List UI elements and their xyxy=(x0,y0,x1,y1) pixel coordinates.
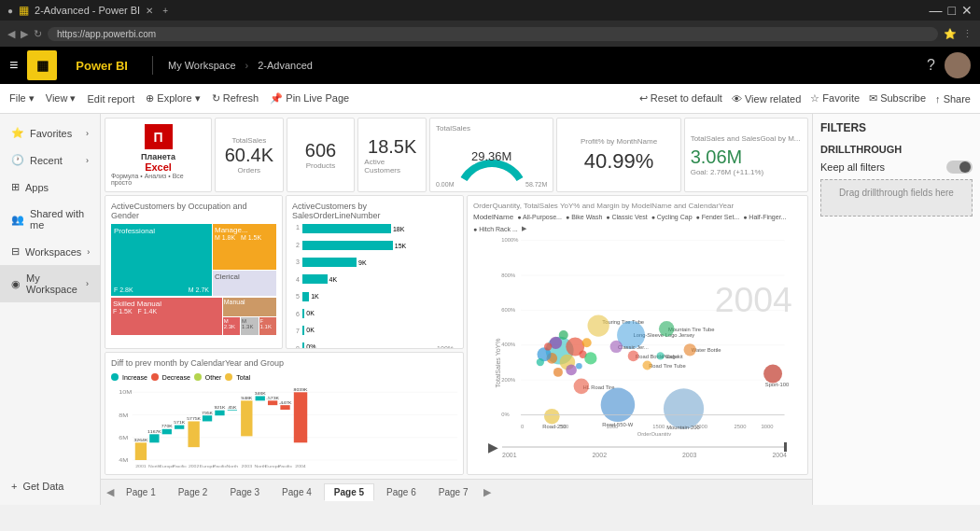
svg-text:921K: 921K xyxy=(214,406,225,410)
close-btn[interactable]: ✕ xyxy=(961,3,973,18)
svg-text:200%: 200% xyxy=(501,377,515,383)
svg-text:2004: 2004 xyxy=(715,280,792,319)
page-tab-3[interactable]: Page 3 xyxy=(219,483,270,501)
scatter-tile[interactable]: OrderQuantity, TotalSales YoY% and Margi… xyxy=(467,195,808,475)
page-prev-btn[interactable]: ◀ xyxy=(106,486,114,498)
svg-point-70 xyxy=(582,338,592,347)
svg-rect-20 xyxy=(188,421,199,447)
svg-text:Road Tire Tube: Road Tire Tube xyxy=(649,363,686,369)
maximize-btn[interactable]: □ xyxy=(948,3,956,18)
sidebar-item-apps[interactable]: ⊞ Apps xyxy=(0,174,100,201)
svg-text:571K: 571K xyxy=(174,421,185,425)
shared-icon: 👥 xyxy=(11,214,24,226)
page-tab-2[interactable]: Page 2 xyxy=(168,483,218,501)
svg-point-80 xyxy=(659,321,675,337)
get-data-btn[interactable]: + Get Data xyxy=(0,473,100,499)
filters-panel: FILTERS DRILLTHROUGH Keep all filters Dr… xyxy=(812,114,980,505)
reset-btn[interactable]: ↩ Reset to default xyxy=(639,92,722,105)
svg-text:770K: 770K xyxy=(161,425,173,428)
refresh-btn[interactable]: ↻ Refresh xyxy=(212,92,259,105)
keep-all-toggle[interactable] xyxy=(946,161,973,174)
svg-point-99 xyxy=(763,365,782,384)
svg-point-69 xyxy=(537,358,544,366)
keep-all-label: Keep all filters xyxy=(820,161,885,173)
title-bar: ● ▦ 2-Advanced - Power BI ✕ + — □ ✕ xyxy=(0,0,980,21)
svg-rect-14 xyxy=(162,429,172,435)
svg-text:Pacific: Pacific xyxy=(213,464,228,468)
page-next-btn[interactable]: ▶ xyxy=(483,486,491,498)
forward-btn[interactable]: ▶ xyxy=(21,28,28,40)
svg-text:Classic Jer...: Classic Jer... xyxy=(618,344,649,350)
sidebar-item-recent[interactable]: 🕐 Recent › xyxy=(0,147,100,174)
svg-rect-29 xyxy=(241,400,252,436)
svg-text:948K: 948K xyxy=(241,397,252,400)
pin-live-btn[interactable]: 📌 Pin Live Page xyxy=(270,92,349,105)
get-data-icon: + xyxy=(11,481,17,492)
svg-text:45K: 45K xyxy=(228,405,236,409)
gauge-totalsales: TotalSales 29.36M 0.00M58.72M xyxy=(429,118,553,192)
reload-btn[interactable]: ↻ xyxy=(34,28,42,40)
subscribe-btn[interactable]: ✉ Subscribe xyxy=(869,92,926,105)
help-btn[interactable]: ? xyxy=(927,57,935,74)
svg-text:2500: 2500 xyxy=(735,424,747,429)
file-btn[interactable]: File ▾ xyxy=(9,92,35,105)
svg-text:Pacific: Pacific xyxy=(278,464,293,468)
svg-rect-25 xyxy=(215,411,224,416)
svg-text:North: North xyxy=(227,464,239,468)
page-tab-4[interactable]: Page 4 xyxy=(272,483,322,501)
back-btn[interactable]: ◀ xyxy=(7,28,15,40)
sidebar-item-favorites[interactable]: ⭐ Favorites › xyxy=(0,119,100,147)
view-related-btn[interactable]: 👁 View related xyxy=(732,93,801,105)
workspaces-icon: ⊟ xyxy=(11,245,20,258)
star-icon: ⭐ xyxy=(11,127,24,139)
svg-point-90 xyxy=(684,343,696,356)
svg-rect-38 xyxy=(294,392,307,442)
kpi-orders: TotalSales 60.4K Orders xyxy=(215,118,284,192)
hamburger-icon[interactable]: ≡ xyxy=(9,57,18,74)
sidebar: ⭐ Favorites › 🕐 Recent › ⊞ Apps 👥 Shared… xyxy=(0,114,101,505)
treemap-tile[interactable]: ActiveCustomers by Occupation and Gender… xyxy=(105,195,283,349)
svg-rect-11 xyxy=(149,434,159,442)
play-btn[interactable]: ▶ xyxy=(488,440,498,454)
svg-rect-8 xyxy=(135,442,147,460)
svg-point-88 xyxy=(656,352,664,359)
drillthrough-section: DRILLTHROUGH Keep all filters Drag drill… xyxy=(820,144,973,217)
page-tab-7[interactable]: Page 7 xyxy=(428,483,479,501)
svg-point-68 xyxy=(566,365,577,376)
view-btn[interactable]: View ▾ xyxy=(46,92,77,105)
svg-text:5775K: 5775K xyxy=(187,417,201,421)
svg-text:Sport-100: Sport-100 xyxy=(765,382,789,387)
page-tab-1[interactable]: Page 1 xyxy=(116,483,166,501)
bar-chart-tile[interactable]: ActiveCustomers by SalesOrderLineNumber … xyxy=(286,195,464,349)
svg-text:10M: 10M xyxy=(119,390,132,396)
gauge-profit: Profit% by MonthName 40.99% xyxy=(556,118,680,192)
svg-rect-17 xyxy=(175,426,184,429)
svg-text:2000: 2000 xyxy=(695,424,707,429)
svg-point-64 xyxy=(559,330,568,340)
drag-drillthrough-area[interactable]: Drag drillthrough fields here xyxy=(820,179,973,217)
explore-btn[interactable]: ⊕ Explore ▾ xyxy=(146,92,200,105)
favorite-btn[interactable]: ☆ Favorite xyxy=(810,92,860,105)
kpi-active-customers: 18.5K Active Customers xyxy=(357,118,427,192)
waterfall-tile[interactable]: Diff to prev month by CalendarYear and G… xyxy=(105,352,464,475)
app-header: ≡ ▦ Power BI My Workspace › 2-Advanced ? xyxy=(0,47,980,84)
sidebar-item-workspaces[interactable]: ⊟ Workspaces › xyxy=(0,238,100,265)
apps-icon: ⊞ xyxy=(11,181,20,193)
workspace-label: My Workspace xyxy=(168,60,236,71)
sidebar-item-my-workspace[interactable]: ◉ My Workspace › xyxy=(0,265,100,302)
svg-point-74 xyxy=(553,368,563,377)
svg-text:-573K: -573K xyxy=(266,397,279,400)
sidebar-item-shared[interactable]: 👥 Shared with me xyxy=(0,201,100,238)
edit-report-btn[interactable]: Edit report xyxy=(87,93,134,105)
share-btn[interactable]: ↑ Share xyxy=(935,93,971,105)
page-tab-5[interactable]: Page 5 xyxy=(324,483,374,501)
svg-point-84 xyxy=(628,351,639,362)
address-bar[interactable]: https://app.powerbi.com xyxy=(48,27,938,41)
svg-text:2001: 2001 xyxy=(135,464,147,468)
svg-text:346K: 346K xyxy=(255,392,266,396)
workspace-icon: ◉ xyxy=(11,278,21,290)
user-avatar[interactable] xyxy=(945,52,971,78)
page-tab-6[interactable]: Page 6 xyxy=(376,483,427,501)
svg-rect-34 xyxy=(268,400,277,405)
minimize-btn[interactable]: — xyxy=(930,3,943,18)
